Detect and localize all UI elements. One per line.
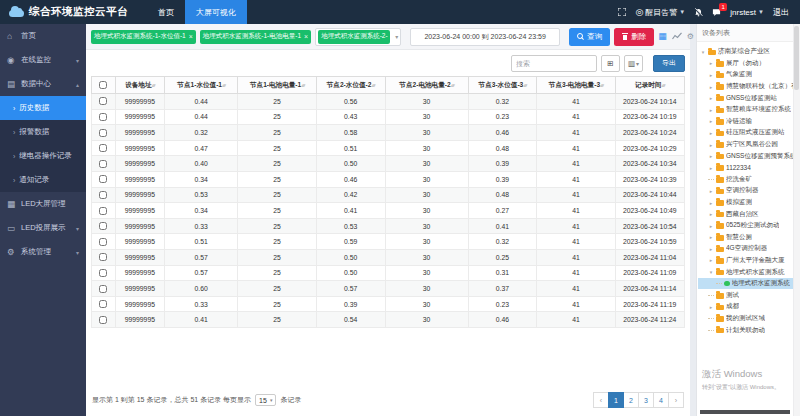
chart-view-icon[interactable]: [672, 32, 682, 42]
sort-carets-icon[interactable]: ▴▾: [661, 82, 664, 88]
page-button[interactable]: 1: [608, 392, 624, 408]
row-checkbox[interactable]: [99, 207, 107, 215]
sidebar-subitem[interactable]: ›继电器操作记录: [0, 144, 86, 168]
row-checkbox[interactable]: [99, 129, 107, 137]
column-header[interactable]: 节点3-电池电量-3▴▾: [537, 77, 615, 94]
row-checkbox[interactable]: [99, 222, 107, 230]
column-header[interactable]: 记录时间▴▾: [615, 77, 684, 94]
sidebar-item[interactable]: ⚙系统管理▾: [0, 240, 86, 264]
tree-node[interactable]: ▸硅压阻式液压监测站: [698, 127, 799, 139]
alarm-mode-dropdown[interactable]: ◎ 醒目告警 ▼: [635, 7, 685, 18]
top-nav-item[interactable]: 首页: [147, 0, 185, 24]
toggle-view-button[interactable]: ⊞: [601, 55, 620, 72]
grid-view-icon[interactable]: ▦: [658, 32, 667, 41]
sidebar-subitem[interactable]: ›历史数据: [0, 96, 86, 120]
sort-carets-icon[interactable]: ▴▾: [301, 82, 304, 88]
chevron-down-icon[interactable]: ▾: [708, 269, 714, 275]
filter-tag[interactable]: 地埋式积水监测系统-1-水位值-1×: [91, 30, 196, 44]
tree-node[interactable]: ▸展厅（勿动）: [698, 58, 799, 70]
tree-node[interactable]: 测试: [698, 289, 799, 301]
chevron-right-icon[interactable]: ▸: [708, 60, 714, 66]
tree-node[interactable]: ▸GNSS位移监测站: [698, 92, 799, 104]
gear-icon[interactable]: ⚙: [687, 33, 694, 41]
tree-node[interactable]: ▸模拟监测: [698, 197, 799, 209]
tree-node[interactable]: ▾济南某综合产业区: [698, 46, 799, 58]
sidebar-item[interactable]: ▭LED投屏展示▾: [0, 216, 86, 240]
device-multiselect[interactable]: 地埋式积水监测系统-2- ▾: [315, 28, 401, 46]
logout-button[interactable]: 退出: [773, 7, 789, 18]
sort-carets-icon[interactable]: ▴▾: [371, 82, 374, 88]
column-header[interactable]: 节点1-电池电量-1▴▾: [238, 77, 316, 94]
sidebar-item[interactable]: ▦LED大屏管理: [0, 192, 86, 216]
chevron-right-icon[interactable]: ▸: [708, 165, 714, 171]
sidebar-subitem[interactable]: ›报警数据: [0, 120, 86, 144]
tree-node[interactable]: ▸GNSS位移监测预警系统: [698, 150, 799, 162]
chevron-right-icon[interactable]: ▸: [708, 153, 714, 159]
sort-carets-icon[interactable]: ▴▾: [152, 82, 155, 88]
sort-carets-icon[interactable]: ▴▾: [222, 82, 225, 88]
tree-node[interactable]: ▸兴宁区凤凰谷公园: [698, 139, 799, 151]
select-all-checkbox[interactable]: [99, 81, 107, 89]
chevron-right-icon[interactable]: ▸: [708, 304, 714, 310]
tree-node[interactable]: ▸0525粉尘测试勿动: [698, 220, 799, 232]
tree-node[interactable]: 我的测试区域: [698, 313, 799, 325]
row-checkbox[interactable]: [99, 285, 107, 293]
sort-carets-icon[interactable]: ▴▾: [523, 82, 526, 88]
vertical-scrollbar[interactable]: [793, 24, 800, 416]
row-checkbox[interactable]: [99, 113, 107, 121]
chevron-right-icon[interactable]: ▸: [708, 234, 714, 240]
sidebar-item[interactable]: ⌂首页: [0, 24, 86, 48]
chevron-right-icon[interactable]: ▸: [708, 72, 714, 78]
row-checkbox[interactable]: [99, 269, 107, 277]
remove-tag-icon[interactable]: ×: [189, 33, 193, 40]
tree-node[interactable]: ▸智慧粮库环境监控系统: [698, 104, 799, 116]
chevron-right-icon[interactable]: ▸: [708, 246, 714, 252]
tree-node[interactable]: ▸1122334: [698, 162, 799, 174]
remove-tag-icon[interactable]: ×: [304, 33, 308, 40]
tree-node[interactable]: ▸4G空调控制器: [698, 243, 799, 255]
sort-carets-icon[interactable]: ▴▾: [600, 82, 603, 88]
next-page-button[interactable]: ›: [668, 392, 684, 408]
tree-node[interactable]: ▸博慧物联科技（北京）有: [698, 81, 799, 93]
column-header[interactable]: 节点2-电池电量-2▴▾: [385, 77, 468, 94]
tree-node[interactable]: ▸智慧公厕: [698, 232, 799, 244]
row-checkbox[interactable]: [99, 316, 107, 324]
sort-carets-icon[interactable]: ▴▾: [451, 82, 454, 88]
column-header[interactable]: 设备地址▴▾: [115, 77, 164, 94]
messages-icon[interactable]: 1: [712, 8, 721, 17]
row-checkbox[interactable]: [99, 191, 107, 199]
row-checkbox[interactable]: [99, 144, 107, 152]
filter-tag[interactable]: 地埋式积水监测系统-1-电池电量-1×: [200, 30, 311, 44]
date-range-input[interactable]: 2023-06-24 00:00 到 2023-06-24 23:59: [410, 28, 560, 46]
chevron-right-icon[interactable]: ▸: [708, 188, 714, 194]
column-header[interactable]: 节点1-水位值-1▴▾: [164, 77, 238, 94]
chevron-right-icon[interactable]: ▸: [708, 257, 714, 263]
sidebar-item[interactable]: ▤数据中心▴: [0, 72, 86, 96]
chevron-right-icon[interactable]: ▸: [708, 211, 714, 217]
tree-node[interactable]: ▸成都: [698, 301, 799, 313]
prev-page-button[interactable]: ‹: [593, 392, 609, 408]
row-checkbox[interactable]: [99, 238, 107, 246]
mute-bell-icon[interactable]: [694, 8, 703, 17]
chevron-right-icon[interactable]: ▸: [708, 223, 714, 229]
filter-tag[interactable]: 地埋式积水监测系统-2-: [318, 30, 390, 44]
column-header[interactable]: 节点3-水位值-3▴▾: [468, 77, 537, 94]
user-menu[interactable]: jnrstest ▼: [730, 8, 764, 17]
query-button[interactable]: 查询: [569, 28, 610, 46]
delete-button[interactable]: 删除: [614, 28, 654, 46]
chevron-down-icon[interactable]: ▾: [700, 49, 706, 55]
page-button[interactable]: 4: [653, 392, 669, 408]
page-button[interactable]: 2: [623, 392, 639, 408]
page-button[interactable]: 3: [638, 392, 654, 408]
search-input[interactable]: [511, 55, 597, 72]
tree-node[interactable]: ▸气象监测: [698, 69, 799, 81]
tree-node[interactable]: 计划关联勿动: [698, 324, 799, 336]
top-nav-item[interactable]: 大屏可视化: [185, 0, 247, 24]
chevron-right-icon[interactable]: ▸: [708, 95, 714, 101]
sidebar-item[interactable]: ◉在线监控▾: [0, 48, 86, 72]
row-checkbox[interactable]: [99, 175, 107, 183]
tree-node[interactable]: ▸西藏自治区: [698, 208, 799, 220]
tree-node[interactable]: ▸广州太平洋金融大厦: [698, 255, 799, 267]
row-checkbox[interactable]: [99, 300, 107, 308]
columns-button[interactable]: ▥▾: [624, 55, 643, 72]
